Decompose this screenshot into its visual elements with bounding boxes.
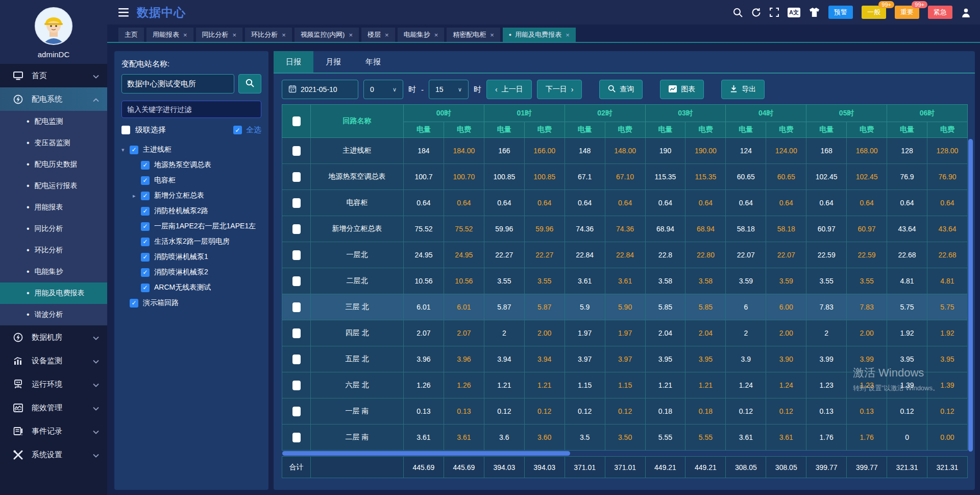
sidebar-subitem-配电监测[interactable]: •配电监测 — [0, 111, 107, 132]
node-checkbox[interactable]: ✓ — [141, 222, 150, 231]
hour-from-select[interactable]: 0 ∨ — [363, 80, 403, 99]
table-row[interactable]: 地源热泵空调总表100.7100.70100.85100.8567.167.10… — [282, 164, 968, 190]
close-icon[interactable]: × — [183, 31, 187, 39]
tab-用能报表[interactable]: 用能报表× — [146, 28, 193, 42]
sidebar-item-运行环境[interactable]: 运行环境 — [0, 372, 107, 396]
tree-node-生活水泵2路一层弱电房[interactable]: ✓生活水泵2路一层弱电房 — [121, 234, 261, 249]
tab-主页[interactable]: 主页 — [118, 28, 144, 42]
row-checkbox-cell[interactable] — [282, 320, 311, 346]
sidebar-subitem-电能集抄[interactable]: •电能集抄 — [0, 261, 107, 282]
tree-node-消防栓机械泵2路[interactable]: ✓消防栓机械泵2路 — [121, 203, 261, 219]
avatar[interactable] — [35, 7, 72, 45]
sidebar-item-事件记录[interactable]: 事件记录 — [0, 419, 107, 443]
date-picker[interactable]: 2021-05-10 — [282, 80, 358, 99]
chart-button[interactable]: 图表 — [660, 80, 704, 99]
select-all-rows-checkbox[interactable] — [292, 116, 301, 126]
sidebar-subitem-同比分析[interactable]: •同比分析 — [0, 218, 107, 240]
table-row[interactable]: 二层北10.5610.563.553.553.613.613.583.583.5… — [282, 268, 968, 294]
tab-楼层[interactable]: 楼层× — [361, 28, 395, 42]
row-checkbox-cell[interactable] — [282, 346, 311, 372]
tab-精密配电柜[interactable]: 精密配电柜× — [447, 28, 500, 42]
row-checkbox[interactable] — [292, 172, 301, 182]
sidebar-item-数据机房[interactable]: 数据机房 — [0, 325, 107, 349]
alert-badge-1[interactable]: 一般99+ — [862, 6, 886, 19]
report-tab-日报[interactable]: 日报 — [274, 51, 313, 73]
node-checkbox[interactable]: ✓ — [141, 253, 150, 262]
tab-用能及电费报表[interactable]: ●用能及电费报表× — [503, 28, 576, 42]
translate-icon[interactable]: A文 — [788, 8, 800, 17]
tab-视频监控(内网)[interactable]: 视频监控(内网)× — [295, 28, 359, 42]
node-checkbox[interactable]: ✓ — [141, 207, 150, 216]
horizontal-scrollbar[interactable] — [282, 451, 570, 456]
table-row[interactable]: 五层 北3.963.963.943.943.973.973.953.953.93… — [282, 346, 968, 372]
refresh-icon[interactable] — [751, 8, 761, 17]
row-checkbox[interactable] — [292, 433, 301, 442]
node-checkbox[interactable]: ✓ — [130, 299, 138, 308]
report-tab-年报[interactable]: 年报 — [353, 51, 393, 73]
alert-badge-3[interactable]: 紧急 — [928, 6, 952, 19]
close-icon[interactable]: × — [349, 31, 353, 39]
table-row[interactable]: 四层 北2.072.0722.001.971.972.042.0422.0022… — [282, 320, 968, 346]
close-icon[interactable]: × — [233, 31, 237, 39]
node-checkbox[interactable]: ✓ — [141, 284, 150, 292]
node-checkbox[interactable]: ✓ — [141, 176, 150, 185]
row-checkbox-cell[interactable] — [282, 372, 311, 398]
tab-环比分析[interactable]: 环比分析× — [245, 28, 292, 42]
row-checkbox-cell[interactable] — [282, 190, 311, 216]
node-checkbox[interactable]: ✓ — [141, 268, 150, 277]
user-icon[interactable] — [961, 8, 971, 17]
row-checkbox[interactable] — [292, 381, 301, 390]
row-checkbox[interactable] — [292, 328, 301, 338]
cascade-checkbox[interactable] — [121, 126, 130, 134]
hour-to-select[interactable]: 15 ∨ — [429, 80, 469, 99]
sidebar-subitem-配电运行报表[interactable]: •配电运行报表 — [0, 175, 107, 197]
shirt-icon[interactable] — [809, 8, 820, 17]
next-day-button[interactable]: 下一日 › — [537, 80, 582, 99]
row-checkbox[interactable] — [292, 250, 301, 260]
query-button[interactable]: 查询 — [599, 80, 643, 99]
row-checkbox[interactable] — [292, 302, 301, 312]
sidebar-item-能效管理[interactable]: 能效管理 — [0, 396, 107, 419]
tree-node-地源热泵空调总表[interactable]: ✓地源热泵空调总表 — [121, 157, 261, 173]
close-icon[interactable]: × — [566, 31, 570, 39]
station-input[interactable] — [121, 74, 234, 93]
header-checkbox-cell[interactable] — [282, 105, 311, 138]
row-checkbox[interactable] — [292, 276, 301, 286]
node-checkbox[interactable]: ✓ — [130, 146, 138, 154]
row-checkbox-cell[interactable] — [282, 294, 311, 320]
table-row[interactable]: 三层 北6.016.015.875.875.95.905.855.8566.00… — [282, 294, 968, 320]
tree-node-ARCM无线表测试[interactable]: ✓ARCM无线表测试 — [121, 280, 261, 295]
sidebar-item-系统设置[interactable]: 系统设置 — [0, 443, 107, 466]
search-icon[interactable] — [733, 8, 743, 17]
tree-node-电容柜[interactable]: ✓电容柜 — [121, 173, 261, 188]
row-checkbox-cell[interactable] — [282, 268, 311, 294]
expand-arrow-icon[interactable]: ▸ — [133, 193, 141, 199]
tree-node-演示箱回路[interactable]: ✓演示箱回路 — [121, 295, 261, 311]
vertical-scrollbar[interactable] — [968, 139, 973, 452]
report-tab-月报[interactable]: 月报 — [313, 51, 353, 73]
row-checkbox[interactable] — [292, 198, 301, 208]
export-button[interactable]: 导出 — [721, 80, 765, 99]
sidebar-subitem-环比分析[interactable]: •环比分析 — [0, 240, 107, 261]
row-checkbox-cell[interactable] — [282, 216, 311, 242]
sidebar-item-配电系统[interactable]: 配电系统 — [0, 87, 107, 111]
table-row[interactable]: 一层北24.9524.9522.2722.2722.8422.8422.822.… — [282, 242, 968, 268]
row-checkbox[interactable] — [292, 407, 301, 416]
table-row[interactable]: 电容柜0.640.640.640.640.640.640.640.640.640… — [282, 190, 968, 216]
table-row[interactable]: 主进线柜184184.00166166.00148148.00190190.00… — [282, 138, 968, 164]
fullscreen-icon[interactable] — [770, 8, 779, 17]
close-icon[interactable]: × — [490, 31, 494, 39]
sidebar-item-首页[interactable]: 首页 — [0, 64, 107, 87]
node-checkbox[interactable]: ✓ — [141, 161, 150, 170]
sidebar-subitem-配电历史数据[interactable]: •配电历史数据 — [0, 154, 107, 175]
row-checkbox-cell[interactable] — [282, 242, 311, 268]
station-search-button[interactable] — [238, 74, 261, 93]
row-checkbox-cell[interactable] — [282, 138, 311, 164]
tree-node-消防喷淋机械泵2[interactable]: ✓消防喷淋机械泵2 — [121, 265, 261, 280]
close-icon[interactable]: × — [434, 31, 438, 39]
sidebar-subitem-用能及电费报表[interactable]: •用能及电费报表 — [0, 282, 107, 304]
row-checkbox[interactable] — [292, 224, 301, 234]
table-row[interactable]: 二层 南3.613.613.63.603.53.505.555.553.613.… — [282, 425, 968, 451]
row-checkbox-cell[interactable] — [282, 425, 311, 451]
tree-node-新增分立柜总表[interactable]: ▸✓新增分立柜总表 — [121, 188, 261, 203]
